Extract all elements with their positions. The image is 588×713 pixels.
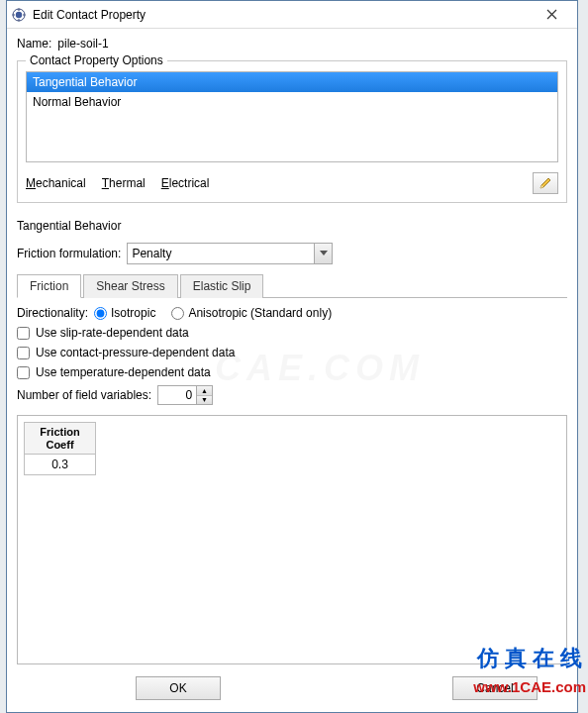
dialog-window: Edit Contact Property Name: pile-soil-1 … <box>6 0 578 713</box>
coeff-table-area: FrictionCoeff 0.3 <box>17 415 567 664</box>
app-icon <box>11 7 27 23</box>
field-vars-input[interactable] <box>158 386 196 404</box>
friction-formulation-label: Friction formulation: <box>17 247 121 260</box>
menu-mechanical[interactable]: Mechanical <box>26 176 86 190</box>
titlebar: Edit Contact Property <box>7 1 577 29</box>
field-vars-row: Number of field variables: ▲ ▼ <box>17 385 567 405</box>
cancel-button[interactable]: Cancel <box>452 676 538 700</box>
section-title: Tangential Behavior <box>17 219 567 233</box>
ok-button[interactable]: OK <box>136 676 221 700</box>
name-value: pile-soil-1 <box>57 37 108 51</box>
tab-friction[interactable]: Friction <box>17 274 81 298</box>
options-menu: Mechanical Thermal Electrical <box>26 172 558 194</box>
check-slip-rate[interactable] <box>17 327 30 340</box>
close-button[interactable] <box>530 2 573 28</box>
button-bar: OK Cancel <box>7 664 577 712</box>
check-temperature-label: Use temperature-dependent data <box>36 365 211 379</box>
svg-point-1 <box>16 11 22 17</box>
spinner-up[interactable]: ▲ <box>197 386 212 396</box>
options-list[interactable]: Tangential Behavior Normal Behavior <box>26 71 558 162</box>
tab-elastic-slip[interactable]: Elastic Slip <box>180 274 264 298</box>
edit-icon-button[interactable] <box>533 172 558 194</box>
radio-isotropic[interactable] <box>94 307 107 320</box>
radio-anisotropic[interactable] <box>171 307 184 320</box>
check-contact-pressure[interactable] <box>17 347 30 359</box>
friction-formulation-value: Penalty <box>132 247 171 260</box>
coeff-table[interactable]: FrictionCoeff 0.3 <box>24 422 96 475</box>
friction-formulation-select[interactable]: Penalty <box>127 243 333 264</box>
chevron-down-icon <box>314 244 332 263</box>
coeff-cell-0[interactable]: 0.3 <box>25 455 96 475</box>
name-row: Name: pile-soil-1 <box>17 37 567 51</box>
spinner-down[interactable]: ▼ <box>197 396 212 405</box>
menu-electrical[interactable]: Electrical <box>161 176 210 190</box>
menu-thermal[interactable]: Thermal <box>102 176 146 190</box>
check-slip-rate-label: Use slip-rate-dependent data <box>36 326 189 340</box>
pencil-icon <box>539 176 552 190</box>
directionality-row: Directionality: Isotropic Anisotropic (S… <box>17 306 567 320</box>
field-vars-spinner[interactable]: ▲ ▼ <box>157 385 213 405</box>
friction-formulation-row: Friction formulation: Penalty <box>17 243 567 264</box>
radio-isotropic-label: Isotropic <box>111 306 155 320</box>
tab-shear-stress[interactable]: Shear Stress <box>83 274 177 298</box>
check-temperature[interactable] <box>17 366 30 379</box>
check-contact-pressure-label: Use contact-pressure-dependent data <box>36 346 235 359</box>
options-fieldset: Contact Property Options Tangential Beha… <box>17 60 567 203</box>
field-vars-label: Number of field variables: <box>17 388 151 402</box>
option-tangential[interactable]: Tangential Behavior <box>27 72 557 92</box>
tabs: Friction Shear Stress Elastic Slip <box>17 274 567 298</box>
directionality-label: Directionality: <box>17 306 88 320</box>
name-label: Name: <box>17 37 51 51</box>
option-normal[interactable]: Normal Behavior <box>27 92 557 112</box>
window-title: Edit Contact Property <box>33 8 530 22</box>
radio-anisotropic-label: Anisotropic (Standard only) <box>188 306 332 320</box>
options-legend: Contact Property Options <box>26 53 167 67</box>
dialog-content: Name: pile-soil-1 Contact Property Optio… <box>7 29 577 664</box>
coeff-header: FrictionCoeff <box>25 423 96 455</box>
